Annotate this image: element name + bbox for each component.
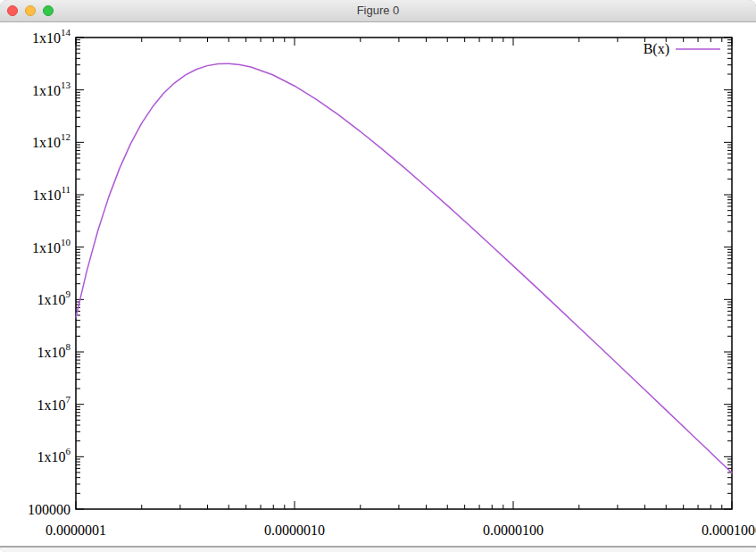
window-title: Figure 0 <box>0 0 756 21</box>
x-tick-label: 0.0001000 <box>702 523 756 538</box>
y-tick-label: 1x109 <box>37 289 71 307</box>
x-tick-label: 0.0000010 <box>264 523 325 538</box>
window-bottom-pad <box>0 548 756 552</box>
y-tick-label: 1x1011 <box>32 184 71 203</box>
plot-canvas: 0.00000010.00000100.00001000.00010001000… <box>0 21 756 547</box>
y-tick-label: 100000 <box>28 502 71 517</box>
x-tick-label: 0.0000100 <box>483 523 544 538</box>
legend-label: B(x) <box>644 41 669 57</box>
x-tick-label: 0.0000001 <box>46 523 106 538</box>
y-tick-label: 1x1012 <box>32 131 71 150</box>
y-tick-label: 1x1013 <box>32 79 71 98</box>
titlebar[interactable]: Figure 0 <box>0 0 756 22</box>
y-tick-label: 1x108 <box>37 341 71 360</box>
y-tick-label: 1x107 <box>37 394 71 413</box>
series-curve <box>76 63 732 473</box>
y-tick-label: 1x1014 <box>32 27 71 46</box>
plot-content: 0.00000010.00000100.00001000.00010001000… <box>0 21 756 547</box>
plot-border <box>76 38 732 509</box>
y-tick-label: 1x106 <box>37 446 71 464</box>
figure-window: Figure 0 0.00000010.00000100.00001000.00… <box>0 0 756 552</box>
y-tick-label: 1x1010 <box>32 237 71 255</box>
